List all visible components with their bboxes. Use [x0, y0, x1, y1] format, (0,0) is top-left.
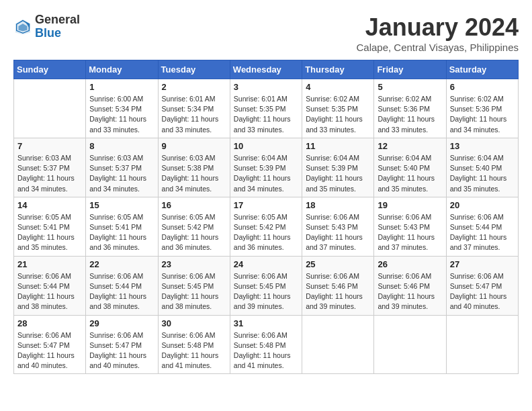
day-number: 19 [378, 200, 442, 210]
calendar-cell: 5Sunrise: 6:02 AMSunset: 5:36 PMDaylight… [374, 79, 446, 138]
calendar-cell: 31Sunrise: 6:06 AMSunset: 5:48 PMDayligh… [230, 315, 302, 374]
calendar-cell: 16Sunrise: 6:05 AMSunset: 5:42 PMDayligh… [158, 197, 230, 256]
day-header-wednesday: Wednesday [230, 60, 302, 79]
day-info: Sunrise: 6:06 AMSunset: 5:46 PMDaylight:… [378, 271, 442, 312]
day-number: 1 [89, 82, 154, 92]
calendar-cell: 17Sunrise: 6:05 AMSunset: 5:42 PMDayligh… [230, 197, 302, 256]
day-number: 15 [89, 200, 154, 210]
day-info: Sunrise: 6:02 AMSunset: 5:36 PMDaylight:… [378, 94, 442, 135]
calendar-cell: 10Sunrise: 6:04 AMSunset: 5:39 PMDayligh… [230, 138, 302, 197]
calendar-week-row: 21Sunrise: 6:06 AMSunset: 5:44 PMDayligh… [14, 256, 519, 315]
calendar-week-row: 1Sunrise: 6:00 AMSunset: 5:34 PMDaylight… [14, 79, 519, 138]
calendar-cell: 19Sunrise: 6:06 AMSunset: 5:43 PMDayligh… [374, 197, 446, 256]
calendar-cell: 9Sunrise: 6:03 AMSunset: 5:38 PMDaylight… [158, 138, 230, 197]
calendar-cell: 3Sunrise: 6:01 AMSunset: 5:35 PMDaylight… [230, 79, 302, 138]
calendar-cell: 22Sunrise: 6:06 AMSunset: 5:44 PMDayligh… [86, 256, 158, 315]
month-title: January 2024 [356, 13, 519, 42]
day-number: 20 [450, 200, 515, 210]
calendar-cell: 14Sunrise: 6:05 AMSunset: 5:41 PMDayligh… [14, 197, 86, 256]
day-info: Sunrise: 6:06 AMSunset: 5:44 PMDaylight:… [450, 212, 515, 253]
day-info: Sunrise: 6:06 AMSunset: 5:47 PMDaylight:… [17, 330, 82, 371]
calendar-cell: 11Sunrise: 6:04 AMSunset: 5:39 PMDayligh… [302, 138, 374, 197]
day-number: 12 [378, 141, 442, 151]
calendar-cell [302, 315, 374, 374]
day-number: 23 [162, 259, 226, 269]
day-number: 2 [162, 82, 226, 92]
calendar-cell: 25Sunrise: 6:06 AMSunset: 5:46 PMDayligh… [302, 256, 374, 315]
calendar-cell: 7Sunrise: 6:03 AMSunset: 5:37 PMDaylight… [14, 138, 86, 197]
day-info: Sunrise: 6:05 AMSunset: 5:42 PMDaylight:… [234, 212, 298, 253]
calendar-cell: 2Sunrise: 6:01 AMSunset: 5:34 PMDaylight… [158, 79, 230, 138]
day-info: Sunrise: 6:06 AMSunset: 5:45 PMDaylight:… [234, 271, 298, 312]
title-area: January 2024 Calape, Central Visayas, Ph… [356, 13, 519, 53]
calendar-cell: 18Sunrise: 6:06 AMSunset: 5:43 PMDayligh… [302, 197, 374, 256]
day-number: 22 [89, 259, 154, 269]
day-number: 31 [234, 318, 298, 328]
calendar-cell: 6Sunrise: 6:02 AMSunset: 5:36 PMDaylight… [446, 79, 518, 138]
day-number: 4 [306, 82, 370, 92]
day-info: Sunrise: 6:05 AMSunset: 5:41 PMDaylight:… [89, 212, 154, 253]
day-number: 5 [378, 82, 442, 92]
day-info: Sunrise: 6:06 AMSunset: 5:47 PMDaylight:… [89, 330, 154, 371]
day-number: 13 [450, 141, 515, 151]
day-number: 3 [234, 82, 298, 92]
day-info: Sunrise: 6:02 AMSunset: 5:35 PMDaylight:… [306, 94, 370, 135]
day-number: 7 [17, 141, 82, 151]
day-number: 8 [89, 141, 154, 151]
page-header: General Blue January 2024 Calape, Centra… [13, 13, 519, 53]
day-number: 29 [89, 318, 154, 328]
day-number: 24 [234, 259, 298, 269]
logo-text: General Blue [35, 13, 80, 40]
day-info: Sunrise: 6:02 AMSunset: 5:36 PMDaylight:… [450, 94, 515, 135]
calendar-cell: 23Sunrise: 6:06 AMSunset: 5:45 PMDayligh… [158, 256, 230, 315]
day-header-sunday: Sunday [14, 60, 86, 79]
day-info: Sunrise: 6:03 AMSunset: 5:37 PMDaylight:… [89, 153, 154, 194]
day-info: Sunrise: 6:03 AMSunset: 5:37 PMDaylight:… [17, 153, 82, 194]
day-number: 6 [450, 82, 515, 92]
calendar-cell [446, 315, 518, 374]
day-number: 14 [17, 200, 82, 210]
day-info: Sunrise: 6:06 AMSunset: 5:44 PMDaylight:… [17, 271, 82, 312]
day-number: 9 [162, 141, 226, 151]
day-number: 28 [17, 318, 82, 328]
calendar-cell: 26Sunrise: 6:06 AMSunset: 5:46 PMDayligh… [374, 256, 446, 315]
day-header-friday: Friday [374, 60, 446, 79]
day-number: 17 [234, 200, 298, 210]
calendar-week-row: 14Sunrise: 6:05 AMSunset: 5:41 PMDayligh… [14, 197, 519, 256]
day-info: Sunrise: 6:05 AMSunset: 5:41 PMDaylight:… [17, 212, 82, 253]
day-info: Sunrise: 6:04 AMSunset: 5:39 PMDaylight:… [234, 153, 298, 194]
day-info: Sunrise: 6:03 AMSunset: 5:38 PMDaylight:… [162, 153, 226, 194]
day-info: Sunrise: 6:06 AMSunset: 5:45 PMDaylight:… [162, 271, 226, 312]
calendar-header-row: SundayMondayTuesdayWednesdayThursdayFrid… [14, 60, 519, 79]
calendar-week-row: 7Sunrise: 6:03 AMSunset: 5:37 PMDaylight… [14, 138, 519, 197]
day-number: 11 [306, 141, 370, 151]
day-number: 21 [17, 259, 82, 269]
calendar-cell: 30Sunrise: 6:06 AMSunset: 5:48 PMDayligh… [158, 315, 230, 374]
calendar-cell: 15Sunrise: 6:05 AMSunset: 5:41 PMDayligh… [86, 197, 158, 256]
day-info: Sunrise: 6:06 AMSunset: 5:44 PMDaylight:… [89, 271, 154, 312]
day-number: 25 [306, 259, 370, 269]
day-number: 16 [162, 200, 226, 210]
day-number: 10 [234, 141, 298, 151]
day-number: 18 [306, 200, 370, 210]
day-info: Sunrise: 6:05 AMSunset: 5:42 PMDaylight:… [162, 212, 226, 253]
day-info: Sunrise: 6:06 AMSunset: 5:48 PMDaylight:… [234, 330, 298, 371]
day-info: Sunrise: 6:06 AMSunset: 5:43 PMDaylight:… [306, 212, 370, 253]
calendar-cell: 4Sunrise: 6:02 AMSunset: 5:35 PMDaylight… [302, 79, 374, 138]
day-header-saturday: Saturday [446, 60, 518, 79]
logo-general: General [35, 13, 80, 26]
day-header-tuesday: Tuesday [158, 60, 230, 79]
calendar-cell [374, 315, 446, 374]
calendar-cell: 27Sunrise: 6:06 AMSunset: 5:47 PMDayligh… [446, 256, 518, 315]
calendar-cell: 1Sunrise: 6:00 AMSunset: 5:34 PMDaylight… [86, 79, 158, 138]
day-info: Sunrise: 6:00 AMSunset: 5:34 PMDaylight:… [89, 94, 154, 135]
day-number: 27 [450, 259, 515, 269]
day-number: 26 [378, 259, 442, 269]
location: Calape, Central Visayas, Philippines [356, 42, 519, 53]
logo-blue: Blue [35, 26, 61, 40]
day-info: Sunrise: 6:06 AMSunset: 5:47 PMDaylight:… [450, 271, 515, 312]
calendar-cell: 12Sunrise: 6:04 AMSunset: 5:40 PMDayligh… [374, 138, 446, 197]
day-info: Sunrise: 6:06 AMSunset: 5:43 PMDaylight:… [378, 212, 442, 253]
calendar-cell: 28Sunrise: 6:06 AMSunset: 5:47 PMDayligh… [14, 315, 86, 374]
day-number: 30 [162, 318, 226, 328]
